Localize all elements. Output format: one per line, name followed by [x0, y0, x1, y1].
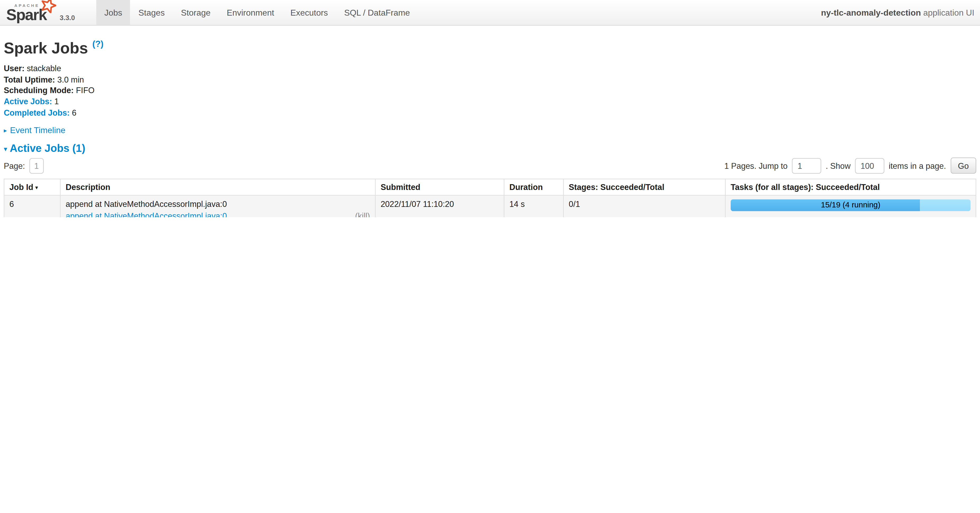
completed-jobs-link[interactable]: Completed Jobs:	[4, 108, 70, 117]
kill-job-link[interactable]: (kill)	[355, 211, 370, 217]
spark-logo: APACHE Spark 3.3.0	[0, 0, 79, 25]
spark-star-icon	[41, 0, 57, 13]
event-timeline-toggle[interactable]: ▸Event Timeline	[4, 125, 976, 135]
tab-storage[interactable]: Storage	[173, 0, 219, 25]
page-number-input[interactable]	[29, 158, 44, 173]
application-name: ny-tlc-anomaly-detection application UI	[821, 8, 980, 17]
tab-executors[interactable]: Executors	[282, 0, 336, 25]
cell-tasks: 15/19 (4 running)	[725, 195, 976, 217]
items-text: items in a page.	[889, 161, 946, 170]
header-description[interactable]: Description	[60, 179, 375, 195]
stat-user: User: stackable	[4, 63, 976, 74]
stat-completed-jobs: Completed Jobs: 6	[4, 107, 976, 118]
expanded-arrow-icon: ▾	[4, 145, 7, 152]
tab-sql-dataframe[interactable]: SQL / DataFrame	[336, 0, 418, 25]
go-button[interactable]: Go	[950, 157, 976, 173]
spark-version: 3.3.0	[60, 14, 75, 22]
navbar: APACHE Spark 3.3.0 Jobs Stages Storage E…	[0, 0, 980, 25]
header-duration[interactable]: Duration	[504, 179, 563, 195]
cell-duration: 14 s	[504, 195, 563, 217]
job-detail-link[interactable]: append at NativeMethodAccessorImpl.java:…	[66, 211, 227, 217]
pagination-active-top: Page: 1 Pages. Jump to . Show items in a…	[4, 157, 976, 173]
show-text: . Show	[826, 161, 851, 170]
nav-tabs: Jobs Stages Storage Environment Executor…	[96, 0, 418, 25]
stat-active-jobs: Active Jobs: 1	[4, 96, 976, 107]
help-link[interactable]: (?)	[92, 39, 103, 49]
items-per-page-input[interactable]	[855, 158, 884, 173]
logo-spark-text: Spark	[6, 6, 46, 23]
header-job-id[interactable]: Job Id▾	[4, 179, 60, 195]
header-tasks[interactable]: Tasks (for all stages): Succeeded/Total	[725, 179, 976, 195]
cell-stages: 0/1	[563, 195, 725, 217]
event-timeline-label: Event Timeline	[10, 125, 65, 135]
header-stages[interactable]: Stages: Succeeded/Total	[563, 179, 725, 195]
task-progress-bar: 15/19 (4 running)	[731, 200, 971, 211]
summary-stats: User: stackable Total Uptime: 3.0 min Sc…	[4, 63, 976, 118]
cell-job-id: 6	[4, 195, 60, 217]
tab-jobs[interactable]: Jobs	[96, 0, 130, 25]
stat-uptime: Total Uptime: 3.0 min	[4, 74, 976, 85]
tab-environment[interactable]: Environment	[219, 0, 282, 25]
table-header-row: Job Id▾ Description Submitted Duration S…	[4, 179, 976, 195]
cell-description: append at NativeMethodAccessorImpl.java:…	[60, 195, 375, 217]
cell-submitted: 2022/11/07 11:10:20	[375, 195, 504, 217]
active-jobs-link[interactable]: Active Jobs:	[4, 97, 52, 106]
pages-text: 1 Pages. Jump to	[724, 161, 788, 170]
jump-to-page-input[interactable]	[792, 158, 821, 173]
page-title: Spark Jobs (?)	[4, 36, 976, 57]
application-name-bold: ny-tlc-anomaly-detection	[821, 8, 921, 17]
spark-ui-page: APACHE Spark 3.3.0 Jobs Stages Storage E…	[0, 0, 980, 217]
stat-scheduling-mode: Scheduling Mode: FIFO	[4, 85, 976, 96]
active-jobs-table: Job Id▾ Description Submitted Duration S…	[4, 179, 976, 217]
page-label: Page:	[4, 161, 25, 170]
collapsed-arrow-icon: ▸	[4, 127, 7, 134]
header-submitted[interactable]: Submitted	[375, 179, 504, 195]
sort-desc-icon: ▾	[35, 184, 38, 191]
tab-stages[interactable]: Stages	[130, 0, 173, 25]
application-name-suffix: application UI	[923, 8, 974, 17]
active-jobs-section-header[interactable]: ▾Active Jobs (1)	[4, 143, 976, 155]
table-row: 6 append at NativeMethodAccessorImpl.jav…	[4, 195, 976, 217]
